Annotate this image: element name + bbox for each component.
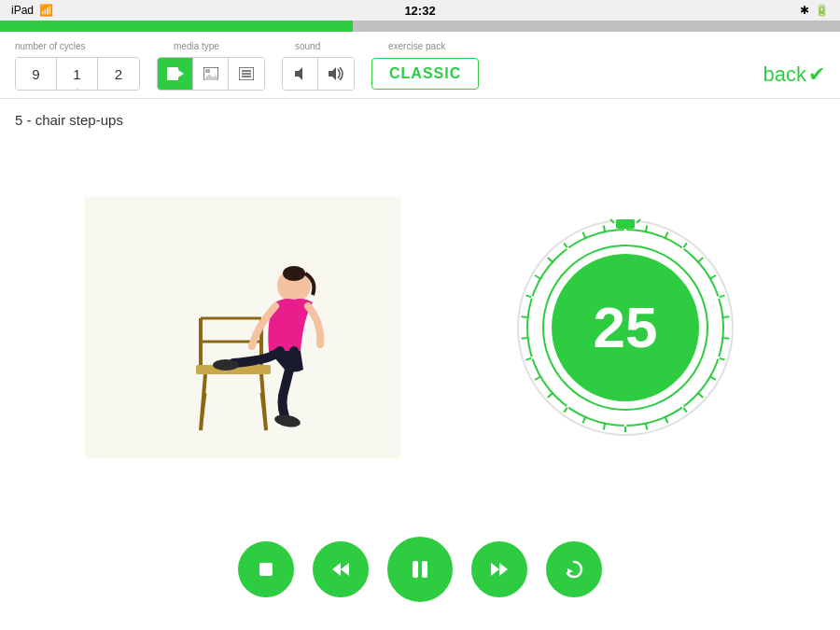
svg-line-64 (531, 297, 541, 301)
status-bar: iPad 📶 12:32 ✱ 🔋 (0, 0, 840, 21)
progress-bar-container (0, 21, 840, 32)
sound-label: sound (295, 41, 388, 51)
chevron-down-icon: ✔ (808, 63, 825, 87)
svg-marker-1 (178, 70, 184, 77)
cycle-2-button[interactable]: 2 (98, 58, 139, 90)
back-button[interactable]: back ✔ (763, 63, 825, 87)
svg-marker-71 (332, 563, 341, 576)
fast-forward-button[interactable] (471, 541, 527, 597)
video-icon (167, 67, 184, 80)
restart-icon (564, 559, 584, 580)
svg-line-33 (721, 316, 729, 317)
sound-mute-button[interactable] (283, 58, 318, 90)
battery-icon: 🔋 (815, 4, 829, 17)
list-icon (239, 67, 254, 80)
wifi-icon: 📶 (39, 4, 53, 17)
svg-marker-76 (499, 563, 508, 576)
svg-line-59 (708, 355, 719, 358)
svg-line-57 (677, 247, 683, 257)
content-area: 25 (0, 137, 840, 518)
svg-line-37 (697, 393, 703, 398)
bluetooth-icon: ✱ (800, 4, 809, 17)
stop-button[interactable] (238, 541, 294, 597)
svg-line-69 (637, 219, 640, 223)
media-list-button[interactable] (229, 58, 264, 90)
fast-forward-icon (489, 559, 510, 580)
svg-marker-9 (295, 67, 302, 80)
device-label: iPad (11, 4, 34, 17)
back-label: back (763, 63, 806, 87)
svg-rect-74 (422, 561, 427, 578)
svg-line-62 (567, 399, 574, 408)
svg-line-60 (677, 399, 683, 408)
svg-marker-75 (491, 563, 499, 576)
image-icon (203, 67, 218, 80)
progress-bar-fill (0, 21, 353, 32)
restart-button[interactable] (546, 541, 602, 597)
media-video-button[interactable] (158, 58, 193, 90)
svg-line-34 (721, 338, 729, 339)
svg-rect-67 (616, 219, 635, 229)
svg-line-45 (548, 393, 553, 398)
sound-on-icon (327, 67, 345, 80)
status-left: iPad 📶 (11, 4, 53, 17)
toolbar-controls: 9 1 2 (15, 57, 825, 91)
svg-marker-10 (329, 67, 336, 80)
svg-rect-0 (167, 67, 178, 80)
pause-icon (408, 557, 432, 581)
svg-rect-3 (205, 69, 210, 73)
exercise-pack-button[interactable]: CLASSIC (371, 58, 479, 90)
timer-outer: 25 (513, 216, 737, 440)
svg-line-68 (610, 219, 614, 223)
svg-line-48 (522, 338, 529, 339)
toolbar: number of cycles media type sound exerci… (0, 32, 840, 99)
status-time: 12:32 (404, 4, 435, 18)
cycles-control: 9 1 2 (15, 57, 140, 91)
rewind-icon (330, 559, 351, 580)
svg-marker-4 (203, 74, 218, 80)
svg-marker-72 (341, 563, 349, 576)
pack-label: exercise pack (388, 41, 500, 51)
svg-point-21 (283, 266, 305, 281)
svg-point-22 (213, 359, 239, 371)
exercise-figure (149, 206, 336, 449)
svg-line-52 (548, 258, 553, 262)
cycle-1-button[interactable]: 1 (57, 58, 98, 90)
media-label: media type (174, 41, 295, 51)
sound-on-button[interactable] (318, 58, 354, 90)
timer-container: 25 (495, 197, 756, 458)
timer-inner-circle: 25 (552, 254, 699, 401)
svg-rect-70 (259, 563, 273, 576)
svg-point-23 (273, 413, 301, 429)
mute-icon (293, 67, 308, 80)
pause-button[interactable] (387, 537, 453, 602)
stop-icon (256, 559, 276, 580)
toolbar-labels: number of cycles media type sound exerci… (15, 41, 825, 51)
svg-marker-77 (567, 568, 573, 574)
exercise-image (84, 197, 401, 458)
svg-line-49 (522, 316, 529, 317)
media-image-button[interactable] (193, 58, 229, 90)
rewind-button[interactable] (313, 541, 369, 597)
svg-line-63 (531, 355, 541, 358)
svg-line-58 (708, 297, 719, 301)
cycles-label: number of cycles (15, 41, 174, 51)
timer-value: 25 (594, 299, 658, 357)
media-type-control (157, 57, 265, 91)
status-right: ✱ 🔋 (800, 4, 829, 17)
svg-rect-73 (413, 561, 418, 578)
exercise-title: 5 - chair step-ups (0, 99, 840, 137)
controls-bar (0, 518, 840, 630)
app-container: number of cycles media type sound exerci… (0, 32, 840, 630)
svg-line-65 (567, 247, 574, 257)
cycle-9-button[interactable]: 9 (16, 58, 57, 90)
svg-line-30 (697, 258, 703, 262)
sound-control (282, 57, 355, 91)
